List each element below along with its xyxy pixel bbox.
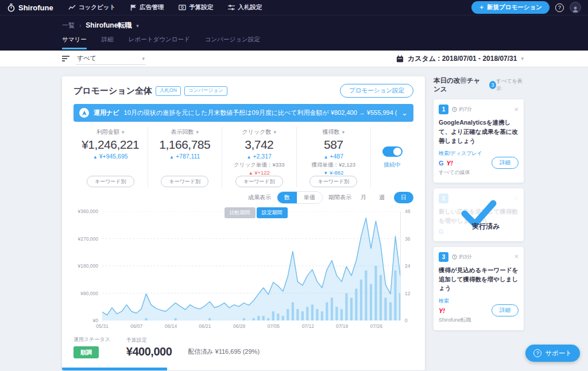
- y-tick-label: 36: [405, 236, 410, 242]
- breadcrumb-list-link[interactable]: 一覧: [62, 21, 75, 30]
- y-axis-left: ¥360,000¥270,000¥180,000¥90,000¥0: [74, 211, 102, 320]
- sidebar-title: 本日の改善チャンス: [434, 76, 486, 94]
- y-tick-label: 24: [405, 263, 410, 269]
- close-icon[interactable]: ×: [514, 107, 519, 113]
- show-all-link[interactable]: すべてを表示: [496, 78, 524, 92]
- cpa-label: 獲得単価：¥2,123: [311, 161, 355, 169]
- chance-target: すべての媒体: [439, 169, 519, 176]
- tab-report-download[interactable]: レポートダウンロード: [129, 36, 190, 49]
- up-arrow-icon: ▲: [249, 171, 253, 176]
- x-tick-label: 07/26: [370, 323, 382, 329]
- card-header: プロモーション全体 入札ON コンバージョン プロモーション設定: [74, 84, 413, 98]
- metric-delta: +2,317: [253, 153, 271, 160]
- connection-toggle[interactable]: [382, 146, 403, 157]
- status-badge: 順調: [74, 346, 99, 358]
- yahoo-icon: Y!: [439, 307, 445, 314]
- topbar-actions: ＋ 新規プロモーション ?: [471, 1, 581, 14]
- google-icon: G: [439, 160, 444, 167]
- tab-summary[interactable]: サマリー: [62, 36, 87, 49]
- filter-bar: すべて ▾ カスタム : 2018/07/01 - 2018/07/31 ▾: [0, 51, 588, 67]
- operation-navi-message: 10月の現状の進捗を元にした月末数値予想は09月度に比べて利用金額が ¥802,…: [124, 109, 397, 117]
- chance-card-3[interactable]: 3 約3分 × 獲得が見込めるキーワードを追加して獲得数を増やしましょう 検索 …: [434, 247, 524, 330]
- page-content: プロモーション全体 入札ON コンバージョン プロモーション設定 運用ナビ 10…: [0, 67, 588, 371]
- up-arrow-icon: ▲: [169, 154, 174, 160]
- toggle-knob: [393, 148, 401, 156]
- budget-label: 予算設定: [126, 337, 172, 344]
- support-button[interactable]: ? サポート: [525, 345, 580, 362]
- tab-conversion-settings[interactable]: コンバージョン設定: [205, 36, 260, 49]
- chevron-down-icon: ▾: [142, 56, 145, 61]
- promotion-subnav: 一覧 › Shirofune転職 ▾ サマリー 詳細 レポートダウンロード コン…: [0, 16, 588, 51]
- tab-details[interactable]: 詳細: [102, 36, 114, 49]
- metric-spend: 利用金額▾ ¥1,246,221 ▲ ¥+945,695 キーワード別: [74, 127, 148, 187]
- chance-card-1[interactable]: 1 約7分 × GoogleAnalyticsを連携して、より正確な成果を基に改…: [434, 99, 524, 183]
- date-range-picker[interactable]: カスタム : 2018/07/01 - 2018/07/31 ▾: [396, 54, 524, 64]
- operation-navi-banner[interactable]: 運用ナビ 10月の現状の進捗を元にした月末数値予想は09月度に比べて利用金額が …: [74, 104, 413, 122]
- metric-conversions: 獲得数▾ 587 ▲ +487 獲得単価：¥2,123 ▼ ¥-882 キーワー…: [297, 127, 372, 187]
- metric-label: 表示回数: [171, 128, 194, 136]
- setting-period-button[interactable]: 設定期間: [257, 207, 288, 218]
- detail-button[interactable]: 詳細: [492, 157, 519, 169]
- dropdown-icon[interactable]: ▾: [196, 129, 199, 135]
- cpc-label: クリック単価：¥333: [234, 161, 285, 169]
- period-option-day[interactable]: 日: [394, 192, 413, 203]
- chevron-down-icon[interactable]: ⌄: [401, 111, 408, 115]
- filter-dropdown-value: すべて: [77, 54, 96, 63]
- chart-line-icon: [68, 5, 76, 10]
- keyword-breakdown-button[interactable]: キーワード別: [87, 176, 134, 187]
- x-tick-label: 06/14: [165, 323, 177, 329]
- x-tick-label: 07/05: [268, 323, 280, 329]
- keyword-breakdown-button[interactable]: キーワード別: [310, 176, 357, 187]
- keyword-breakdown-button[interactable]: キーワード別: [161, 176, 208, 187]
- chance-count-badge: 3: [489, 81, 496, 89]
- period-display-label: 期間表示: [328, 194, 351, 202]
- range-buttons: 比較期間 設定期間: [225, 207, 288, 218]
- dropdown-icon[interactable]: ▾: [342, 129, 345, 135]
- flag-icon: [130, 4, 137, 11]
- nav-item-ad-management[interactable]: 広告管理: [130, 3, 164, 11]
- user-avatar[interactable]: [570, 2, 581, 13]
- promotion-title: プロモーション全体: [74, 86, 152, 96]
- period-option-week[interactable]: 週: [376, 192, 388, 203]
- calendar-icon: [396, 55, 404, 63]
- period-option-month[interactable]: 月: [357, 192, 370, 203]
- metrics-row: 利用金額▾ ¥1,246,221 ▲ ¥+945,695 キーワード別 表示回数…: [74, 127, 413, 187]
- stopwatch-logo-icon: [7, 3, 16, 12]
- app-logo[interactable]: Shirofune: [7, 3, 53, 12]
- dropdown-icon[interactable]: ▾: [122, 129, 125, 135]
- sort-filter-icon[interactable]: [62, 55, 70, 62]
- help-icon[interactable]: ?: [555, 3, 564, 12]
- filter-dropdown[interactable]: すべて ▾: [76, 52, 146, 65]
- budget-progress-bar: [62, 368, 167, 370]
- chart-display-controls: 成果表示 数 単価 期間表示 月 週 日: [74, 191, 413, 204]
- breadcrumb-current-promotion[interactable]: Shirofune転職: [86, 21, 131, 30]
- promotion-settings-button[interactable]: プロモーション設定: [340, 84, 413, 98]
- dropdown-icon[interactable]: ▾: [273, 129, 276, 135]
- chevron-down-icon[interactable]: ▾: [136, 23, 139, 29]
- plus-icon: ＋: [479, 3, 485, 11]
- metric-value: 3,742: [245, 138, 273, 152]
- compare-period-button[interactable]: 比較期間: [225, 207, 256, 218]
- nav-item-label: コックピット: [79, 3, 115, 11]
- new-promotion-button[interactable]: ＋ 新規プロモーション: [471, 1, 550, 14]
- nav-item-label: 広告管理: [140, 3, 164, 11]
- nav-item-budget-settings[interactable]: 予算設定: [179, 3, 213, 11]
- detail-button[interactable]: 詳細: [492, 304, 519, 316]
- up-arrow-icon: ▲: [247, 154, 252, 160]
- metric-value: 587: [324, 138, 343, 152]
- estimated-time: 約7分: [459, 106, 472, 113]
- improvement-chances-sidebar: 本日の改善チャンス 3 すべてを表示 1 約7分 × GoogleAnalyti…: [434, 76, 524, 330]
- nav-item-bid-settings[interactable]: 入札設定: [228, 3, 262, 11]
- result-option-unit-price[interactable]: 単価: [297, 192, 322, 203]
- result-option-count[interactable]: 数: [277, 192, 297, 203]
- budget-setting: 予算設定 ¥400,000: [126, 337, 172, 358]
- operation-status-label: 運用ステータス: [74, 336, 110, 343]
- question-glyph: ?: [558, 5, 561, 10]
- metric-label: 獲得数: [322, 128, 339, 136]
- y-tick-label: ¥0: [93, 318, 98, 323]
- nav-item-cockpit[interactable]: コックピット: [68, 3, 115, 11]
- keyword-breakdown-button[interactable]: キーワード別: [235, 176, 283, 187]
- up-arrow-icon: ▲: [93, 154, 98, 160]
- x-tick-label: 06/21: [199, 323, 211, 329]
- close-icon[interactable]: ×: [514, 254, 519, 260]
